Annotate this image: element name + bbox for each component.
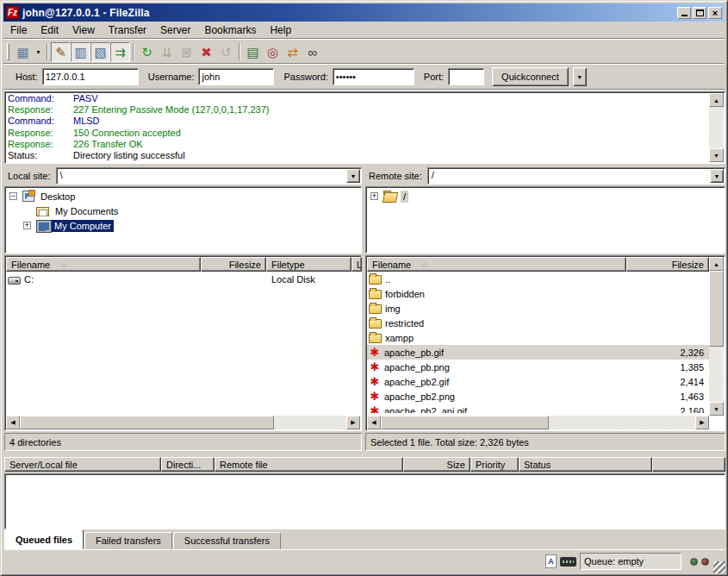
queue-column-header[interactable]: Server/Local file <box>4 457 161 472</box>
collapse-icon[interactable]: − <box>9 192 17 200</box>
window-title: john@127.0.0.1 - FileZilla <box>22 7 677 19</box>
local-horizontal-scrollbar[interactable]: ◀ ▶ <box>6 416 360 429</box>
remote-site-label: Remote site: <box>365 171 427 181</box>
chevron-down-icon[interactable]: ▼ <box>346 169 360 183</box>
status-bar: A Queue: empty <box>3 550 725 573</box>
local-site-combo[interactable]: \ ▼ <box>56 167 362 185</box>
transfer-queue-body[interactable] <box>4 473 725 529</box>
scrollbar-thumb[interactable] <box>20 416 274 429</box>
log-line: Command: PASV <box>8 93 707 104</box>
apache_pb2.png[interactable]: apache_pb2.png 1,463 <box>367 389 709 404</box>
restricted[interactable]: restricted <box>367 316 709 330</box>
apache_pb.png[interactable]: apache_pb.png 1,385 <box>367 360 709 374</box>
queue-column-header[interactable]: Directi... <box>161 457 215 472</box>
minimize-button[interactable] <box>677 7 691 19</box>
queue-column-header[interactable] <box>652 457 725 472</box>
column-header-filesize[interactable]: Filesize <box>201 257 266 272</box>
menu-item[interactable]: File <box>3 22 34 38</box>
tree-item-root[interactable]: + / <box>367 189 724 203</box>
queue-column-header[interactable]: Size <box>403 457 470 472</box>
speed-limit-icon[interactable] <box>560 557 576 567</box>
..[interactable]: .. <box>367 272 709 286</box>
site-manager-icon[interactable]: ▦ <box>13 42 33 62</box>
host-label: Host: <box>16 72 38 82</box>
synchronized-browsing-icon[interactable]: ⇄ <box>283 42 302 62</box>
scroll-right-icon[interactable]: ▶ <box>695 416 709 429</box>
scroll-left-icon[interactable]: ◀ <box>367 416 381 429</box>
apache_pb2_ani.gif[interactable]: apache_pb2_ani.gif 2,160 <box>367 404 709 413</box>
apache_pb2.gif[interactable]: apache_pb2.gif 2,414 <box>367 374 709 389</box>
tree-item-my-documents[interactable]: My Documents <box>6 203 360 218</box>
tree-item-desktop[interactable]: − Desktop <box>6 189 360 203</box>
forbidden[interactable]: forbidden <box>367 286 709 301</box>
titlebar[interactable]: Fz john@127.0.0.1 - FileZilla × <box>3 3 725 22</box>
toggle-queue-icon[interactable]: ⇉ <box>110 42 130 62</box>
cancel-icon[interactable]: ⊠ <box>177 42 196 62</box>
expand-icon[interactable]: + <box>23 222 31 229</box>
maximize-button[interactable] <box>693 7 706 19</box>
tree-item-my-computer[interactable]: + My Computer <box>6 218 360 233</box>
chevron-down-icon[interactable]: ▼ <box>710 169 724 183</box>
menu-item[interactable]: Edit <box>34 22 65 38</box>
queue-column-header[interactable]: Priority <box>470 457 519 472</box>
quickconnect-dropdown[interactable]: ▼ <box>573 67 587 86</box>
remote-vertical-scrollbar[interactable]: ▲ ▼ <box>709 257 724 416</box>
local-file-row[interactable]: C: Local Disk <box>6 272 360 286</box>
toggle-message-log-icon[interactable]: ✎ <box>51 42 71 62</box>
remote-horizontal-scrollbar[interactable]: ◀ ▶ <box>367 416 709 429</box>
column-header-lastmodified[interactable]: L <box>352 257 362 272</box>
filezilla-window: Fz john@127.0.0.1 - FileZilla × File Edi… <box>0 0 728 576</box>
menu-item[interactable]: Bookmarks <box>197 22 263 38</box>
scroll-left-icon[interactable]: ◀ <box>6 416 20 429</box>
directory-listing-filters-icon[interactable]: ▤ <box>243 42 263 62</box>
resize-grip[interactable] <box>713 561 725 573</box>
remote-site-combo[interactable]: / ▼ <box>427 167 725 185</box>
xampp[interactable]: xampp <box>367 330 709 345</box>
expand-icon[interactable]: + <box>370 192 378 200</box>
queue-tab[interactable]: Failed transfers <box>84 532 172 549</box>
port-input[interactable] <box>448 68 484 85</box>
scroll-right-icon[interactable]: ▶ <box>346 416 360 429</box>
queue-column-header[interactable]: Remote file <box>215 457 403 472</box>
scroll-down-icon[interactable]: ▼ <box>709 402 724 416</box>
site-manager-dropdown-icon[interactable]: ▼ <box>33 42 44 62</box>
log-scrollbar[interactable]: ▲ ▼ <box>709 93 724 162</box>
toggle-local-treeview-icon[interactable]: ▥ <box>71 42 90 62</box>
disconnect-icon[interactable]: ✖ <box>196 42 216 62</box>
queue-tab[interactable]: Queued files <box>4 529 84 549</box>
scrollbar-thumb[interactable] <box>381 416 549 429</box>
toolbar-button[interactable] <box>47 43 48 60</box>
reconnect-icon[interactable]: ↺ <box>216 42 236 62</box>
toolbar-button[interactable] <box>239 43 240 60</box>
column-header-filename[interactable]: Filename <box>367 257 626 272</box>
menu-item[interactable]: View <box>65 22 102 38</box>
quickconnect-button[interactable]: Quickconnect <box>492 67 569 86</box>
column-header-filename[interactable]: Filename <box>6 257 201 272</box>
password-input[interactable] <box>333 68 414 85</box>
directory-comparison-icon[interactable]: ◎ <box>263 42 283 62</box>
queue-tab[interactable]: Successful transfers <box>173 532 281 549</box>
column-header-filetype[interactable]: Filetype <box>266 257 352 272</box>
toggle-remote-treeview-icon[interactable]: ▧ <box>90 42 110 62</box>
queue-column-header[interactable]: Status <box>519 457 652 472</box>
apache_pb.gif[interactable]: apache_pb.gif 2,326 <box>367 345 709 360</box>
menu-item[interactable]: Help <box>263 22 298 38</box>
column-header-filesize[interactable]: Filesize <box>626 257 709 272</box>
scroll-up-icon[interactable]: ▲ <box>709 257 724 271</box>
process-queue-icon[interactable]: ⇊ <box>157 42 177 62</box>
find-files-icon[interactable]: ∞ <box>302 42 322 62</box>
refresh-icon[interactable]: ↻ <box>137 42 157 62</box>
scrollbar-thumb[interactable] <box>709 271 724 347</box>
host-input[interactable] <box>42 68 139 85</box>
scroll-up-icon[interactable]: ▲ <box>709 93 724 107</box>
img[interactable]: img <box>367 301 709 316</box>
close-button[interactable]: × <box>708 7 722 19</box>
username-input[interactable] <box>198 68 274 85</box>
toolbar-button[interactable] <box>133 43 134 60</box>
receive-activity-led <box>690 558 698 566</box>
toolbar-grip[interactable] <box>7 43 9 60</box>
scroll-down-icon[interactable]: ▼ <box>709 148 724 162</box>
remote-site-path: / <box>428 168 709 184</box>
menu-item[interactable]: Server <box>153 22 197 38</box>
menu-item[interactable]: Transfer <box>102 22 153 38</box>
